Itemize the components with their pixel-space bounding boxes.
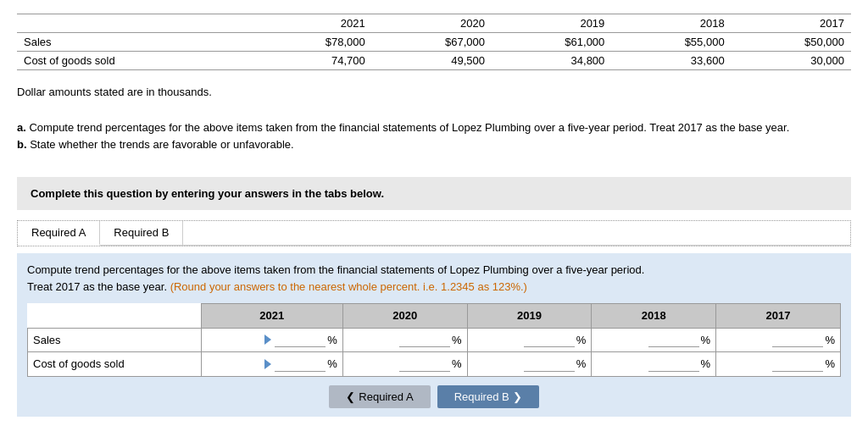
pct-label: % bbox=[452, 332, 462, 349]
tabs-header: Required A Required B bbox=[18, 221, 850, 246]
tab-required-a[interactable]: Required A bbox=[18, 221, 100, 246]
answer-row-sales: Sales % % bbox=[28, 328, 841, 352]
cogs-2018: 33,600 bbox=[611, 52, 731, 70]
tab-required-b[interactable]: Required B bbox=[100, 221, 183, 245]
triangle-indicator-icon bbox=[264, 335, 271, 345]
answer-table-wrapper: 2021 2020 2019 2018 2017 Sales % bbox=[27, 303, 841, 377]
part-a-bold: a. bbox=[17, 121, 26, 134]
input-sales-2019[interactable] bbox=[524, 332, 575, 347]
answer-cogs-2021: % bbox=[201, 352, 342, 377]
col-header-2020: 2020 bbox=[372, 14, 492, 33]
table-row: Sales $78,000 $67,000 $61,000 $55,000 $5… bbox=[17, 33, 851, 52]
input-cogs-2019[interactable] bbox=[524, 357, 575, 372]
part-a-text: a. Compute trend percentages for the abo… bbox=[17, 119, 851, 137]
answer-col-header-2017: 2017 bbox=[716, 304, 841, 329]
input-sales-2020[interactable] bbox=[399, 332, 450, 347]
answer-table: 2021 2020 2019 2018 2017 Sales % bbox=[27, 303, 841, 377]
col-header-2018: 2018 bbox=[611, 14, 731, 33]
tab-content-text: Compute trend percentages for the above … bbox=[27, 262, 841, 295]
part-b-body: State whether the trends are favorable o… bbox=[27, 138, 294, 151]
answer-sales-2017: % bbox=[716, 328, 841, 352]
answer-sales-2018: % bbox=[592, 328, 716, 352]
pct-label: % bbox=[327, 332, 337, 349]
answer-col-header-2020: 2020 bbox=[342, 304, 467, 329]
instruction-text: Complete this question by entering your … bbox=[31, 187, 384, 200]
cogs-2021: 74,700 bbox=[252, 52, 371, 70]
row-label-cogs: Cost of goods sold bbox=[17, 52, 252, 70]
input-sales-2018[interactable] bbox=[648, 332, 699, 347]
cogs-2019: 34,800 bbox=[492, 52, 611, 70]
part-b-bold: b. bbox=[17, 138, 27, 151]
answer-cogs-2017: % bbox=[716, 352, 841, 377]
prev-chevron-icon: ❮ bbox=[346, 390, 355, 403]
cogs-2017: 30,000 bbox=[732, 52, 851, 70]
cogs-2020: 49,500 bbox=[372, 52, 492, 70]
answer-col-header-2019: 2019 bbox=[467, 304, 592, 329]
col-header-2017: 2017 bbox=[732, 14, 851, 33]
col-header-2019: 2019 bbox=[492, 14, 611, 33]
sales-2021: $78,000 bbox=[252, 33, 371, 52]
pct-label: % bbox=[452, 356, 462, 373]
answer-col-header-2018: 2018 bbox=[592, 304, 716, 329]
col-header-label bbox=[17, 14, 252, 33]
answer-label-sales: Sales bbox=[28, 328, 202, 352]
next-chevron-icon: ❯ bbox=[513, 390, 522, 403]
input-cogs-2021[interactable] bbox=[275, 357, 326, 372]
answer-cogs-2020: % bbox=[342, 352, 467, 377]
sales-2017: $50,000 bbox=[732, 33, 851, 52]
input-cogs-2017[interactable] bbox=[772, 357, 823, 372]
instruction-box: Complete this question by entering your … bbox=[17, 177, 851, 210]
answer-sales-2019: % bbox=[467, 328, 592, 352]
pct-label: % bbox=[576, 356, 587, 373]
pct-label: % bbox=[576, 332, 587, 349]
dollar-note: Dollar amounts stated are in thousands. bbox=[17, 84, 851, 102]
input-cogs-2020[interactable] bbox=[399, 357, 450, 372]
table-row: Cost of goods sold 74,700 49,500 34,800 … bbox=[17, 52, 851, 70]
answer-cogs-2019: % bbox=[467, 352, 592, 377]
sales-2018: $55,000 bbox=[611, 33, 731, 52]
description-section: Dollar amounts stated are in thousands. … bbox=[17, 84, 851, 154]
top-data-table: 2021 2020 2019 2018 2017 Sales $78,000 $… bbox=[17, 14, 851, 70]
tab-content-required-a: Compute trend percentages for the above … bbox=[17, 253, 851, 417]
answer-col-header-2021: 2021 bbox=[201, 304, 342, 329]
part-b-text: b. State whether the trends are favorabl… bbox=[17, 136, 851, 154]
input-sales-2021[interactable] bbox=[275, 332, 326, 347]
input-cogs-2018[interactable] bbox=[648, 357, 699, 372]
answer-row-cogs: Cost of goods sold % % bbox=[28, 352, 841, 377]
col-header-2021: 2021 bbox=[252, 14, 371, 33]
row-label-sales: Sales bbox=[17, 33, 252, 52]
answer-label-cogs: Cost of goods sold bbox=[28, 352, 202, 377]
input-sales-2017[interactable] bbox=[772, 332, 823, 347]
part-a-body: Compute trend percentages for the above … bbox=[26, 121, 789, 134]
prev-button[interactable]: ❮ Required A bbox=[329, 385, 430, 408]
triangle-indicator-icon bbox=[264, 359, 271, 369]
answer-sales-2021: % bbox=[201, 328, 342, 352]
nav-buttons: ❮ Required A Required B ❯ bbox=[27, 385, 841, 408]
tabs-container: Required A Required B bbox=[17, 220, 851, 246]
next-button[interactable]: Required B ❯ bbox=[437, 385, 539, 408]
tab-content-orange-text: (Round your answers to the nearest whole… bbox=[170, 280, 527, 293]
pct-label: % bbox=[701, 332, 711, 349]
answer-col-header-label bbox=[28, 304, 202, 329]
sales-2019: $61,000 bbox=[492, 33, 611, 52]
pct-label: % bbox=[825, 332, 835, 349]
pct-label: % bbox=[701, 356, 711, 373]
answer-cogs-2018: % bbox=[592, 352, 716, 377]
pct-label: % bbox=[327, 356, 337, 373]
answer-sales-2020: % bbox=[342, 328, 467, 352]
pct-label: % bbox=[825, 356, 835, 373]
sales-2020: $67,000 bbox=[372, 33, 492, 52]
